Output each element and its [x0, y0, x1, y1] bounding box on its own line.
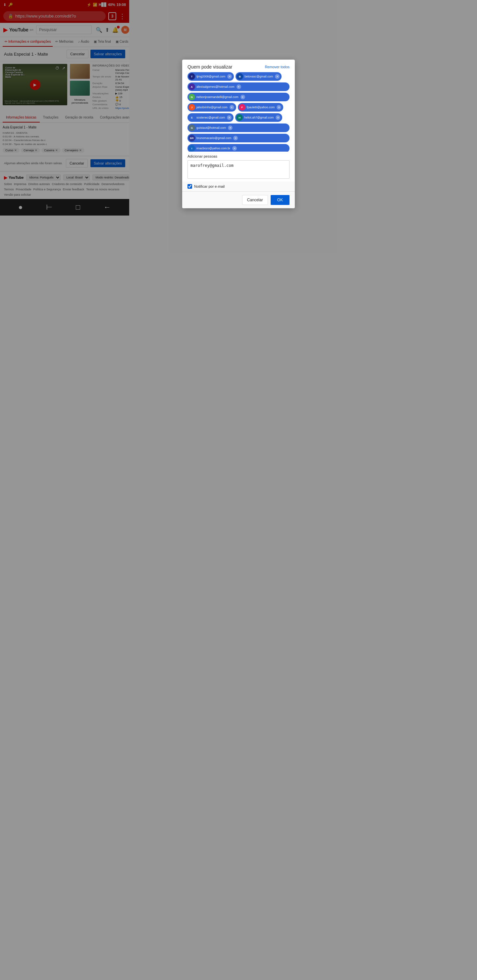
modal-overlay[interactable]: Quem pode visualizar Remover todos T tjm… — [0, 0, 129, 980]
